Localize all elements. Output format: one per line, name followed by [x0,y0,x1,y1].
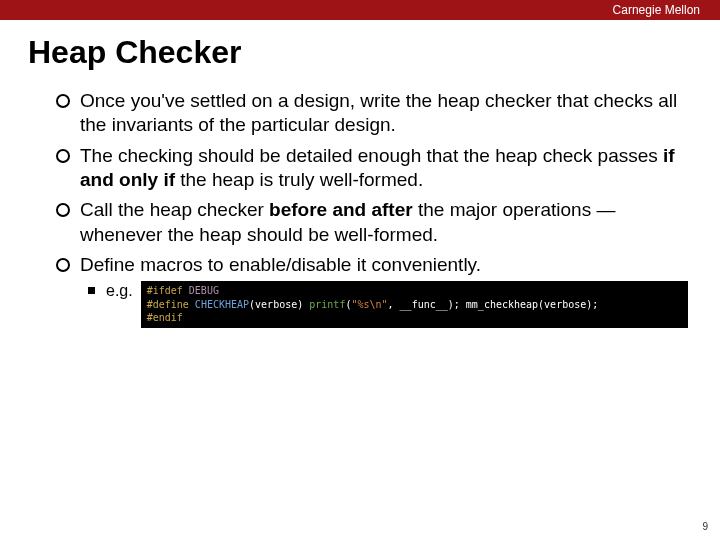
sub-label: e.g. [106,281,133,301]
bullet-text: Call the heap checker [80,199,269,220]
code-line: #define CHECKHEAP(verbose) printf("%s\n"… [147,298,680,312]
code-line: #ifdef DEBUG [147,284,680,298]
code-snippet: #ifdef DEBUG #define CHECKHEAP(verbose) … [141,281,688,328]
bullet-item: Call the heap checker before and after t… [56,198,688,247]
bullet-item: Once you've settled on a design, write t… [56,89,688,138]
slide: Carnegie Mellon Heap Checker Once you've… [0,0,720,540]
bullet-bold: before and after [269,199,413,220]
bullet-text: Once you've settled on a design, write t… [80,90,677,135]
page-number: 9 [702,521,708,532]
code-line: #endif [147,311,680,325]
brand-label: Carnegie Mellon [613,3,700,17]
slide-content: Once you've settled on a design, write t… [0,77,720,328]
bullet-list: Once you've settled on a design, write t… [56,89,688,328]
top-bar: Carnegie Mellon [0,0,720,20]
bullet-item: Define macros to enable/disable it conve… [56,253,688,328]
slide-title: Heap Checker [0,20,720,77]
bullet-text: The checking should be detailed enough t… [80,145,663,166]
sub-list: e.g. #ifdef DEBUG #define CHECKHEAP(verb… [80,281,688,328]
sub-item: e.g. #ifdef DEBUG #define CHECKHEAP(verb… [80,281,688,328]
bullet-text: Define macros to enable/disable it conve… [80,254,481,275]
bullet-text: the heap is truly well-formed. [175,169,423,190]
bullet-item: The checking should be detailed enough t… [56,144,688,193]
